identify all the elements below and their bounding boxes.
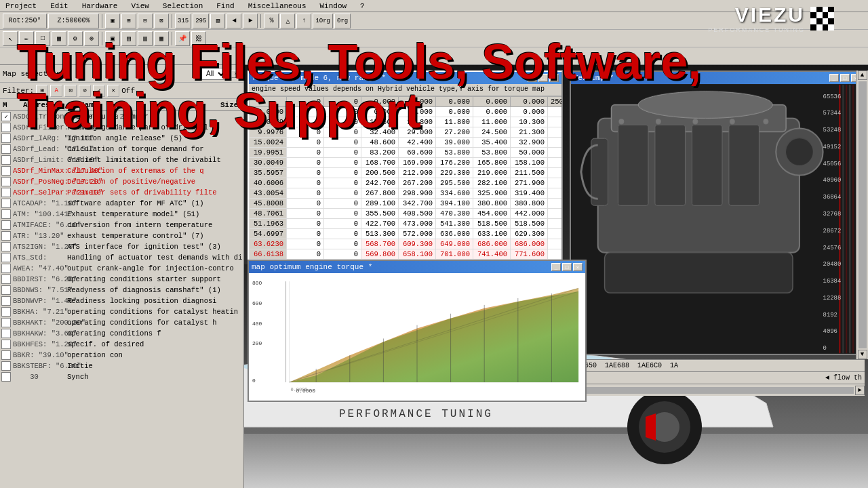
item-checkbox[interactable]	[1, 209, 11, 219]
tb-btn-2[interactable]: ⊞	[121, 14, 136, 28]
list-item[interactable]: BBKR: "39.10" operation con	[0, 350, 243, 361]
tb-btn-1[interactable]: ▣	[105, 14, 120, 28]
hex-minimize[interactable]: _	[829, 74, 839, 82]
menu-window[interactable]: Window	[317, 1, 350, 11]
tb-pin[interactable]: 📌	[175, 31, 190, 46]
tb-a[interactable]: ▣	[105, 31, 120, 46]
item-checkbox[interactable]	[1, 274, 11, 284]
chart-maximize[interactable]: □	[562, 263, 572, 271]
item-checkbox[interactable]: ✓	[1, 112, 11, 121]
filter-icon-5[interactable]: ✓	[93, 85, 105, 97]
item-checkbox[interactable]	[1, 188, 11, 197]
window-minimize[interactable]: _	[528, 74, 537, 82]
tb-c[interactable]: ▥	[138, 31, 153, 46]
list-item[interactable]: ✓ ASDdc_TrqConvAntiJrk: "1.20" Active Su…	[0, 111, 243, 122]
item-checkbox[interactable]	[1, 340, 11, 349]
list-item[interactable]: BBDNWS: "7.51" Readyness of diagnosis ca…	[0, 285, 243, 296]
list-item[interactable]: BBKSTEBF: "6.30" Initie	[0, 361, 243, 371]
tb-295[interactable]: 295	[193, 14, 209, 28]
item-checkbox[interactable]	[1, 231, 11, 241]
scroll-down-btn[interactable]: ▼	[858, 350, 867, 359]
data-table-container[interactable]: 0 0 0.000 0.000 0.000 0.000 0.000 2500.0…	[249, 96, 561, 266]
list-item[interactable]: BBDNWVP: "1.40" Readiness locking positi…	[0, 296, 243, 306]
tb-b[interactable]: ▤	[121, 31, 136, 46]
list-item[interactable]: ASDrf_Filter: "17.30" Forming guidance p…	[0, 122, 243, 133]
list-item[interactable]: ASDrf_Lead: "17.51" Calculation of torqu…	[0, 144, 243, 155]
item-checkbox[interactable]	[1, 123, 11, 132]
tb-315[interactable]: 315	[175, 14, 191, 28]
item-checkbox[interactable]	[1, 242, 11, 251]
hex-hscroll[interactable]: ◄ ►	[570, 384, 865, 396]
list-item-red[interactable]: ASDrf_MinMax: "17.40" Calculation of ext…	[0, 165, 243, 176]
item-checkbox[interactable]	[1, 177, 11, 186]
list-item[interactable]: ATR: "13.20" exhaust temperature control…	[0, 230, 243, 241]
tb-gear[interactable]: ⚙	[68, 31, 83, 46]
menu-find[interactable]: Find	[214, 1, 237, 11]
tb-fill[interactable]: ▦	[52, 31, 66, 46]
list-item[interactable]: ATMIFACE: "6.10" conversion from intern …	[0, 220, 243, 230]
tb-arrow-r[interactable]: ►	[243, 14, 258, 28]
tb-40[interactable]: ▧	[210, 14, 225, 28]
tb-btn-3[interactable]: ⊟	[138, 14, 153, 28]
tb-up[interactable]: ↑	[296, 14, 311, 28]
list-item-red[interactable]: ASDrf_SelPar: "21.10" Parameter sets of …	[0, 187, 243, 198]
tb-0rg[interactable]: 0rg	[334, 14, 351, 28]
list-item[interactable]: ATS_Std: Handling of actuator test deman…	[0, 252, 243, 263]
hscroll-thumb[interactable]	[580, 387, 854, 394]
menu-view[interactable]: View	[128, 1, 151, 11]
item-checkbox[interactable]	[1, 134, 11, 143]
item-checkbox[interactable]	[1, 166, 11, 176]
chart-close[interactable]: ×	[573, 263, 583, 271]
window-close[interactable]: ×	[549, 74, 559, 82]
menu-project[interactable]: Project	[3, 1, 39, 11]
list-item[interactable]: BBKHFES: "1.20" specif. of desired	[0, 339, 243, 350]
hex-maximize[interactable]: □	[840, 74, 850, 82]
item-checkbox[interactable]	[1, 307, 11, 317]
tb-mark[interactable]: ⊕	[84, 31, 99, 46]
tb-chain[interactable]: ⛓	[191, 31, 206, 46]
list-item[interactable]: AWEA: "47.40" output crank-angle for inj…	[0, 263, 243, 274]
list-item[interactable]: ATCADAP: "1.10" software adapter for MF …	[0, 198, 243, 209]
filter-icon-1[interactable]: ⊞	[36, 85, 48, 97]
item-checkbox[interactable]	[1, 155, 11, 165]
item-checkbox[interactable]	[1, 199, 11, 208]
menu-selection[interactable]: Selection	[160, 1, 205, 11]
list-item[interactable]: ATM: "100.141" Exhaust temperature model…	[0, 209, 243, 220]
tb-arrow-l[interactable]: ◄	[226, 14, 241, 28]
list-item[interactable]: ASDrf_IARg: "17.10" Ignition angle relea…	[0, 133, 243, 144]
tb-1org[interactable]: 1Org	[313, 14, 333, 28]
tb-d[interactable]: ▦	[154, 31, 169, 46]
panel-close-btn[interactable]: ×	[231, 70, 241, 78]
item-checkbox[interactable]	[1, 361, 11, 371]
window-maximize[interactable]: □	[538, 74, 548, 82]
filter-icon-2[interactable]: A	[50, 85, 62, 97]
tb-percent[interactable]: %	[264, 14, 279, 28]
scroll-up-btn[interactable]: ▲	[858, 70, 867, 80]
filter-icon-6[interactable]: ✕	[107, 85, 119, 97]
menu-hardware[interactable]: Hardware	[79, 1, 121, 11]
item-checkbox[interactable]	[1, 285, 11, 295]
item-checkbox[interactable]	[1, 264, 11, 273]
menu-edit[interactable]: Edit	[47, 1, 71, 11]
filter-icon-4[interactable]: ⊘	[79, 85, 91, 97]
chart-minimize[interactable]: _	[551, 263, 561, 271]
item-checkbox[interactable]	[1, 372, 11, 382]
item-checkbox[interactable]	[1, 296, 11, 306]
tb-cursor[interactable]: ↖	[3, 31, 18, 46]
tb-btn-4[interactable]: ⊠	[154, 14, 169, 28]
filter-icon-3[interactable]: ⊡	[64, 85, 77, 97]
tb-pen[interactable]: ✏	[19, 31, 34, 46]
list-item[interactable]: ATS2IGN: "1.20" ATS interface for igniti…	[0, 241, 243, 252]
list-item-red[interactable]: ASDrf_PosNeg: "17.20" Detection of posit…	[0, 176, 243, 187]
tb-square[interactable]: □	[35, 31, 50, 46]
list-item[interactable]: BBKHAKW: "3.60" operating conditions f	[0, 328, 243, 339]
item-checkbox[interactable]	[1, 253, 11, 262]
menu-miscellaneous[interactable]: Miscellaneous	[245, 1, 309, 11]
scroll-thumb[interactable]	[859, 81, 867, 348]
list-item[interactable]: BBKHAKT: "200.30" operating conditions f…	[0, 317, 243, 328]
item-checkbox[interactable]	[1, 318, 11, 327]
item-checkbox[interactable]	[1, 350, 11, 360]
item-checkbox[interactable]	[1, 220, 11, 230]
item-checkbox[interactable]	[1, 144, 11, 154]
list-item[interactable]: BBKHA: "7.21" operating conditions for c…	[0, 306, 243, 317]
